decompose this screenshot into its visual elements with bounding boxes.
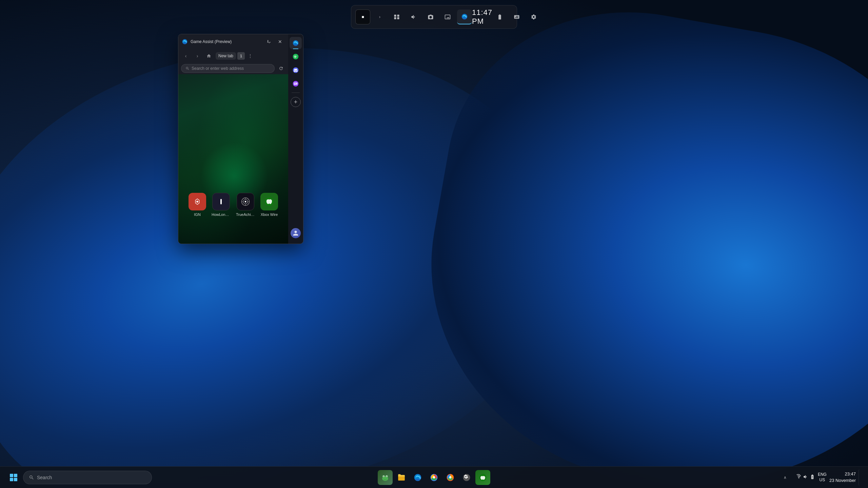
taskbar-left: Search [0, 469, 152, 486]
system-tray-icons [796, 474, 815, 481]
taskbar-app-files[interactable] [394, 470, 409, 485]
taskbar-search-label: Search [37, 475, 52, 480]
settings-app-icon-svg [462, 473, 471, 482]
bookmark-ign[interactable]: IGN [189, 193, 206, 217]
bookmark-xboxwire-icon [260, 193, 278, 210]
bookmark-trueachiev[interactable]: TrueAchiev... [236, 193, 255, 217]
taskbar-time: 23:47 [845, 471, 856, 477]
gamebar-widgets-btn[interactable] [389, 9, 404, 24]
gamebar-time: 11:47 PM [472, 8, 492, 26]
address-placeholder: Search or enter web address [192, 66, 244, 71]
gamebar-gameassist-btn[interactable] [457, 9, 472, 24]
sidebar-spotify-icon[interactable] [290, 50, 302, 63]
bookmark-trueachiev-icon [237, 193, 254, 210]
search-icon [185, 66, 190, 70]
spotify-icon-svg [292, 53, 299, 60]
sidebar-twitch-icon[interactable] [290, 78, 302, 90]
ign-icon-svg [193, 197, 202, 206]
edge-app-icon-svg [414, 473, 422, 482]
svg-rect-2 [394, 17, 396, 19]
gamebar-right-widgets [492, 9, 541, 24]
svg-rect-0 [394, 15, 396, 17]
taskbar-app-chromium[interactable] [443, 470, 458, 485]
avatar-icon-svg [292, 229, 299, 237]
gamebar-battery-btn[interactable] [492, 9, 507, 24]
sidebar-divider [292, 93, 300, 93]
howlong-icon-svg [217, 198, 225, 206]
taskbar-search-icon [29, 475, 34, 480]
bookmark-ign-label: IGN [194, 212, 201, 217]
pin-button[interactable] [264, 37, 274, 46]
show-desktop-button[interactable] [859, 469, 861, 486]
svg-point-23 [383, 476, 384, 476]
browser-navbar: ‹ › New tab 1 ⋮ [178, 49, 288, 63]
lang-bottom: US [820, 477, 825, 483]
address-bar[interactable]: Search or enter web address [181, 64, 275, 73]
clock-area[interactable]: 23:47 23 November [829, 471, 856, 483]
taskbar-app-edge[interactable] [410, 470, 425, 485]
close-button[interactable]: ✕ [275, 37, 285, 46]
frog-app-icon-svg [381, 473, 389, 482]
chromium-app-icon-svg [446, 473, 454, 482]
sidebar-avatar[interactable] [291, 228, 301, 238]
tab-label: New tab [218, 54, 233, 58]
svg-point-5 [196, 201, 198, 203]
gamebar-widgets: ■ › [355, 9, 472, 24]
bookmark-howlong[interactable]: HowLongT... [212, 193, 231, 217]
gamebar-app-icon-svg [479, 473, 487, 482]
new-tab-item[interactable]: New tab [216, 52, 236, 60]
gamebar-settings-btn[interactable] [526, 9, 541, 24]
gamebar-volume-btn[interactable] [406, 9, 421, 24]
edge-sidebar-icon-svg [292, 40, 299, 46]
bookmark-xboxwire-label: Xbox Wire [261, 212, 278, 217]
gamebar-top-panel: ■ › 11:47 PM [351, 5, 517, 29]
taskbar-app-gamebar[interactable] [475, 470, 490, 485]
sidebar-panel: + [288, 34, 303, 244]
edge-logo-icon [182, 39, 188, 45]
sidebar-edge-icon[interactable] [290, 37, 302, 49]
gamebar-screenshot-btn[interactable] [423, 9, 438, 24]
window-title: Game Assist (Preview) [191, 39, 232, 44]
bookmark-trueachiev-label: TrueAchiev... [236, 212, 255, 217]
sidebar-add-button[interactable]: + [291, 97, 301, 107]
taskbar-app-chrome[interactable] [427, 470, 441, 485]
start-button[interactable] [5, 469, 22, 486]
show-hidden-icons-button[interactable]: ∧ [777, 469, 793, 486]
volume-tray-icon[interactable] [803, 474, 808, 481]
gamebar-gallery-btn[interactable] [440, 9, 455, 24]
taskbar-search[interactable]: Search [23, 471, 152, 484]
tab-menu-button[interactable]: ⋮ [246, 52, 254, 60]
refresh-button[interactable] [277, 64, 285, 73]
sidebar-discord-icon[interactable] [290, 64, 302, 76]
desktop-background [0, 0, 868, 488]
discord-icon-svg [292, 67, 299, 74]
home-button[interactable] [204, 51, 214, 61]
taskbar-app-settings[interactable] [459, 470, 474, 485]
language-display[interactable]: ENG US [818, 472, 827, 483]
tab-number[interactable]: 1 [237, 52, 245, 60]
lang-top: ENG [818, 472, 827, 477]
titlebar-controls: ✕ [264, 37, 285, 46]
twitch-icon-svg [292, 80, 299, 87]
bookmark-ign-icon [189, 193, 206, 210]
game-assist-window: Game Assist (Preview) ✕ ‹ › [178, 34, 303, 244]
browser-panel: Game Assist (Preview) ✕ ‹ › [178, 34, 288, 244]
taskbar-right: ∧ ENG US 23:47 23 November [777, 469, 868, 486]
xbox-icon-svg [264, 197, 274, 206]
back-button[interactable]: ‹ [181, 51, 191, 61]
taskbar-app-frog[interactable] [378, 470, 393, 485]
taskbar-center-apps [378, 470, 490, 485]
svg-rect-3 [397, 17, 399, 19]
gamebar-capture-widget[interactable]: ■ [355, 9, 370, 24]
forward-button[interactable]: › [193, 51, 202, 61]
tab-area: New tab 1 ⋮ [216, 52, 254, 60]
files-app-icon-svg [397, 473, 406, 482]
trueachiev-icon-svg [241, 197, 250, 206]
wifi-icon[interactable] [796, 474, 802, 481]
battery-tray-icon[interactable] [810, 474, 815, 481]
gamebar-expand-widget[interactable]: › [372, 9, 387, 24]
gamebar-keyboard-btn[interactable] [509, 9, 524, 24]
svg-point-24 [386, 476, 387, 476]
bookmark-howlong-icon [212, 193, 230, 210]
bookmark-xboxwire[interactable]: Xbox Wire [260, 193, 278, 217]
